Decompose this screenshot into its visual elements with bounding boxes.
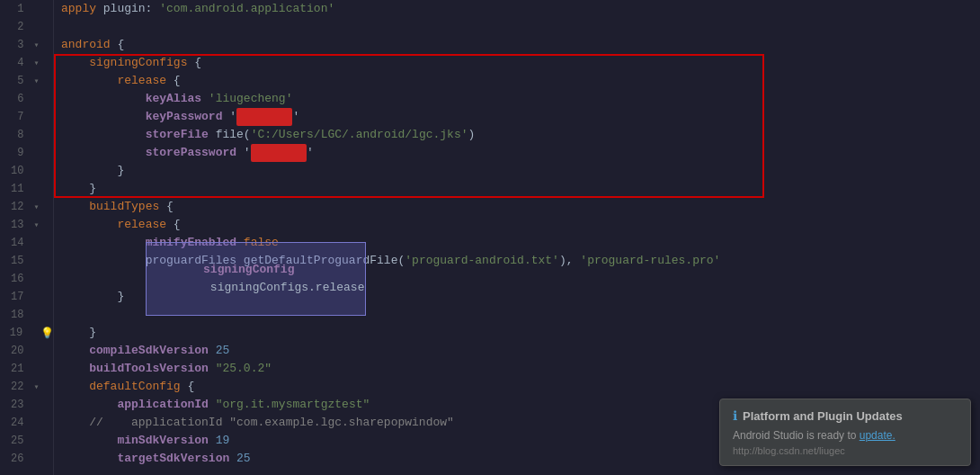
keyword-buildtools: buildToolsVersion — [89, 360, 209, 378]
line-num-7: 7 — [0, 111, 31, 123]
fold-4[interactable]: ▾ — [31, 58, 41, 68]
line-num-13: 13 — [0, 219, 31, 231]
code-line-11: } — [61, 180, 980, 198]
code-line-2 — [61, 18, 980, 36]
comment-24: // applicationId "com.example.lgc.sharep… — [61, 414, 454, 432]
line-num-5: 5 — [0, 75, 31, 87]
keyword-compilesdkversion: compileSdkVersion — [89, 342, 209, 360]
indent-21 — [61, 360, 89, 378]
indent-12 — [61, 198, 89, 216]
line-row-13: 13 ▾ — [0, 216, 53, 234]
line-num-20: 20 — [0, 345, 31, 357]
keyword-keypassword: keyPassword — [146, 108, 223, 126]
indent-23 — [61, 396, 117, 414]
line-num-14: 14 — [0, 237, 31, 249]
line-row-8: 8 — [0, 126, 53, 144]
indent-8 — [61, 126, 146, 144]
notif-header: ℹ Platform and Plugin Updates — [733, 408, 958, 424]
line-num-8: 8 — [0, 129, 31, 141]
code-text-5: { — [166, 72, 181, 90]
line-gutter: 1 2 3 ▾ 4 ▾ 5 — [0, 0, 54, 475]
notif-body-text: Android Studio is ready to — [733, 429, 860, 442]
code-text-15b: ), — [559, 252, 580, 270]
indent-15 — [61, 252, 146, 270]
code-text-21 — [209, 360, 216, 378]
fold-13[interactable]: ▾ — [31, 220, 41, 230]
line-num-24: 24 — [0, 417, 31, 429]
code-line-6: keyAlias 'liugecheng' — [61, 90, 980, 108]
code-line-13: release { — [61, 216, 980, 234]
line-row-21: 21 — [0, 360, 53, 378]
code-line-19: } — [61, 324, 980, 342]
keyword-targetsdkversion: targetSdkVersion — [117, 450, 229, 468]
notification-popup: ℹ Platform and Plugin Updates Android St… — [719, 399, 971, 466]
fold-12[interactable]: ▾ — [31, 202, 41, 212]
code-line-8: storeFile file( 'C:/Users/LGC/.android/l… — [61, 126, 980, 144]
line-num-2: 2 — [0, 21, 31, 33]
line-row-20: 20 — [0, 342, 53, 360]
indent-11: } — [61, 180, 96, 198]
code-text-20 — [209, 342, 216, 360]
indent-14 — [61, 234, 146, 252]
line-row-7: 7 — [0, 108, 53, 126]
line-num-21: 21 — [0, 363, 31, 375]
code-line-16: signingConfig signingConfigs.release — [61, 270, 980, 288]
line-row-9: 9 — [0, 144, 53, 162]
number-19: 19 — [216, 432, 230, 450]
line-row-16: 16 — [0, 270, 53, 288]
notif-url: http://blog.csdn.net/liugec — [733, 445, 958, 456]
code-text-3: { — [111, 36, 125, 54]
line-num-12: 12 — [0, 201, 31, 213]
fold-5[interactable]: ▾ — [31, 76, 41, 86]
indent-20 — [61, 342, 89, 360]
line-row-17: 17 — [0, 288, 53, 306]
keyword-android: android — [61, 36, 111, 54]
line-num-23: 23 — [0, 399, 31, 411]
line-num-4: 4 — [0, 57, 31, 69]
line-num-18: 18 — [0, 309, 31, 321]
line-row-12: 12 ▾ — [0, 198, 53, 216]
line-row-15: 15 — [0, 252, 53, 270]
line-num-15: 15 — [0, 255, 31, 267]
fold-3[interactable]: ▾ — [31, 40, 41, 50]
code-text-22: { — [181, 378, 195, 396]
code-text-23 — [209, 396, 216, 414]
line-row-18: 18 — [0, 306, 53, 324]
line-row-3: 3 ▾ — [0, 36, 53, 54]
line-row-2: 2 — [0, 18, 53, 36]
code-text-16: signingConfigs.release — [203, 281, 364, 294]
line-num-17: 17 — [0, 291, 31, 303]
line-num-1: 1 — [0, 3, 31, 15]
string-liugecheng: 'liugecheng' — [209, 90, 293, 108]
string-plugin: 'com.android.application' — [159, 0, 334, 18]
line-row-6: 6 — [0, 90, 53, 108]
code-text-13: { — [166, 216, 181, 234]
keyword-buildtypes: buildTypes — [89, 198, 159, 216]
info-icon: ℹ — [733, 408, 737, 424]
string-applicationid: "org.it.mysmartgztest" — [216, 396, 370, 414]
code-text-8b: ) — [468, 126, 476, 144]
line-row-23: 23 — [0, 396, 53, 414]
line-num-25: 25 — [0, 435, 31, 447]
line-num-19: 19 — [0, 327, 30, 339]
code-line-5: release { — [61, 72, 980, 90]
keyword-storepassword: storePassword — [146, 144, 236, 162]
indent-17: } — [61, 288, 124, 306]
code-line-3: android { — [61, 36, 980, 54]
indent-13 — [61, 216, 117, 234]
string-proguard-android: 'proguard-android.txt' — [405, 252, 559, 270]
notif-update-link[interactable]: update. — [860, 429, 895, 442]
keyword-release2: release — [117, 216, 166, 234]
indent-5 — [61, 72, 117, 90]
code-text-12: { — [159, 198, 174, 216]
keyword-storefile: storeFile — [146, 126, 209, 144]
code-text-8: file( — [209, 126, 251, 144]
line-num-9: 9 — [0, 147, 31, 159]
fold-22[interactable]: ▾ — [31, 381, 41, 392]
line-row-5: 5 ▾ — [0, 72, 53, 90]
code-text-1: plugin: — [96, 0, 159, 18]
string-proguard-rules: 'proguard-rules.pro' — [580, 252, 720, 270]
indent-25 — [61, 432, 117, 450]
indent-22 — [61, 378, 89, 396]
string-buildtools: "25.0.2" — [216, 360, 272, 378]
